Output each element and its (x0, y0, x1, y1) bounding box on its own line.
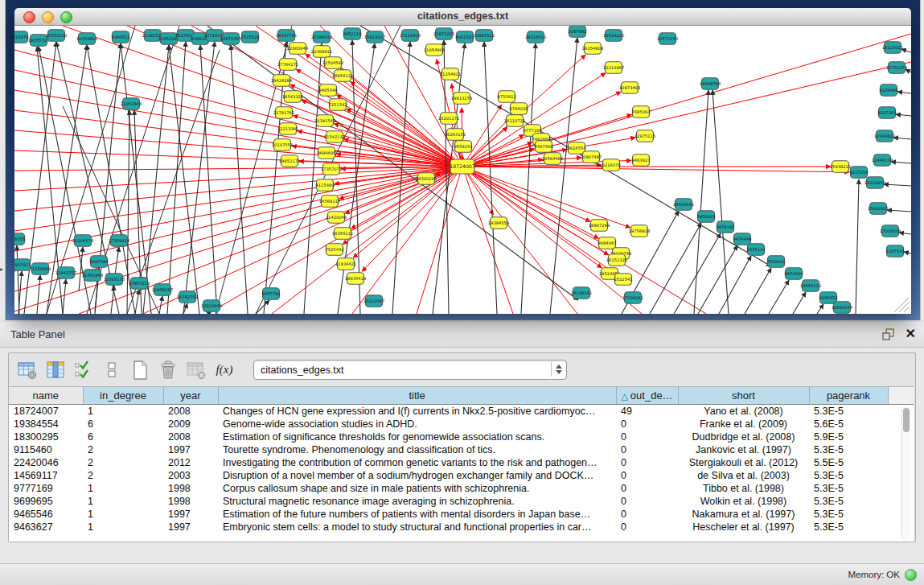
network-node[interactable]: 10591544 (832, 302, 853, 314)
network-node[interactable]: 12504562 (322, 57, 343, 69)
network-node[interactable]: 19652171 (279, 155, 300, 167)
network-node[interactable]: 18426084 (271, 75, 293, 87)
network-node[interactable]: 15823017 (364, 31, 385, 43)
network-node[interactable]: 8921531 (455, 31, 474, 43)
float-window-icon[interactable] (881, 328, 895, 341)
column-header-short[interactable]: short (678, 387, 809, 405)
network-node[interactable]: 22063044 (287, 43, 309, 55)
scrollbar-thumb[interactable] (903, 408, 910, 432)
network-node[interactable]: 17016504 (880, 225, 901, 237)
network-node[interactable]: 10212047 (363, 295, 384, 307)
network-node[interactable]: 14569117 (319, 196, 340, 208)
network-node[interactable]: 18123021 (882, 42, 903, 54)
network-node[interactable]: 18807299 (589, 220, 610, 232)
table-row[interactable]: 946554611997Estimation of the future num… (9, 508, 914, 521)
network-node[interactable]: 15751074 (886, 62, 908, 74)
network-node[interactable]: 12213967 (603, 62, 624, 74)
network-node[interactable]: 21542119 (324, 131, 345, 143)
network-node[interactable]: 7632621 (766, 256, 785, 268)
network-node[interactable]: 12975115 (634, 130, 655, 142)
network-node[interactable]: 18724007 (450, 159, 475, 174)
network-node[interactable]: 16514220 (603, 30, 624, 42)
table-vertical-scrollbar[interactable] (901, 406, 911, 540)
network-node[interactable]: 8471626 (784, 268, 803, 280)
network-node[interactable]: 10571240 (657, 33, 678, 45)
network-node[interactable]: 2935114 (746, 244, 766, 256)
network-node[interactable]: 20564486 (542, 153, 563, 165)
network-window-titlebar[interactable]: citations_edges.txt (14, 8, 911, 26)
network-node[interactable]: 9097588 (89, 256, 108, 268)
network-node[interactable]: 12505135 (104, 274, 125, 286)
network-node[interactable]: 9465546 (318, 84, 337, 97)
panel-collapse-arrow-icon[interactable]: ▸ (0, 266, 6, 273)
citation-graph[interactable]: 8313074190557242055310016154821934651211… (14, 26, 911, 314)
network-node[interactable]: 10654112 (800, 280, 821, 292)
network-node[interactable]: 17957223 (129, 278, 150, 290)
network-node[interactable]: 12213381 (277, 123, 298, 135)
table-row[interactable]: 1872400712008Changes of HCN gene express… (9, 405, 914, 418)
network-node[interactable]: 10861512 (474, 30, 495, 42)
column-header-name[interactable]: name (9, 387, 83, 405)
network-canvas[interactable]: 8313074190557242055310016154821934651211… (14, 26, 911, 314)
network-node[interactable]: 21781761 (273, 107, 294, 119)
table-row[interactable]: 969969511998Structural magnetic resonanc… (9, 495, 914, 508)
network-node[interactable]: 20206576 (72, 235, 93, 247)
new-document-icon[interactable] (128, 359, 152, 381)
network-node[interactable]: 2522541 (614, 274, 632, 286)
network-node[interactable]: 10107551 (272, 139, 293, 151)
network-view-window[interactable]: citations_edges.txt 83130741905572420553… (14, 8, 911, 314)
network-node[interactable]: 19314510 (525, 31, 546, 43)
table-row[interactable]: 977716911998Corpus callosum shape and si… (9, 482, 914, 495)
network-node[interactable]: 9129966 (879, 84, 897, 97)
network-node[interactable]: 16210643 (864, 177, 885, 189)
network-node[interactable]: 9084067 (598, 237, 616, 249)
network-node[interactable]: 13201171 (438, 113, 459, 125)
column-header-out_degree[interactable]: △out_de… (616, 387, 678, 405)
network-node[interactable]: 20184410 (311, 31, 332, 43)
network-node[interactable]: 15938211 (830, 161, 851, 173)
network-node[interactable]: 9558241 (454, 141, 472, 153)
column-header-pagerank[interactable]: pagerank (809, 387, 888, 405)
network-node[interactable]: 22420046 (326, 212, 347, 224)
column-header-year[interactable]: year (163, 387, 218, 405)
network-node[interactable]: 21053346 (121, 98, 142, 110)
network-node[interactable]: 9879197 (716, 221, 734, 233)
network-node[interactable]: 9755812 (497, 91, 515, 103)
network-node[interactable]: 20553100 (46, 30, 67, 42)
network-node[interactable]: 19384554 (488, 217, 510, 229)
network-node[interactable]: 9463627 (631, 154, 650, 167)
network-node[interactable]: 16782759 (177, 291, 198, 303)
table-row[interactable]: 1456911722003Disruption of a novel membe… (9, 469, 914, 482)
network-node[interactable]: 18300295 (416, 173, 437, 185)
table-row[interactable]: 1938455462009Genome-wide association stu… (9, 418, 914, 431)
network-node[interactable]: 11254911 (440, 68, 461, 80)
network-node[interactable]: 12444134 (872, 154, 893, 167)
network-node[interactable]: 6216070 (602, 159, 620, 171)
network-node[interactable]: 11156869 (30, 263, 51, 275)
network-node[interactable]: 11451944 (82, 270, 104, 282)
network-node[interactable]: 16154821 (76, 33, 97, 45)
network-node[interactable]: 7485063 (631, 106, 650, 118)
network-node[interactable]: 12093822 (874, 130, 895, 142)
memory-status-icon[interactable] (905, 569, 917, 581)
network-node[interactable]: 7525442 (325, 244, 343, 256)
network-node[interactable]: 9474444 (733, 233, 752, 245)
network-node[interactable]: 19756928 (629, 225, 650, 237)
network-node[interactable]: 9699695 (317, 147, 335, 159)
network-node[interactable]: 1167533 (885, 245, 904, 257)
network-node[interactable]: 16543321 (282, 91, 303, 103)
network-node[interactable]: 22068811 (311, 46, 332, 58)
network-node[interactable]: 16648784 (700, 78, 721, 90)
table-row[interactable]: 2242004622012Investigating the contribut… (9, 456, 914, 469)
network-node[interactable]: 14136141 (571, 287, 592, 299)
network-node[interactable]: 17357071 (321, 163, 342, 175)
network-node[interactable]: 16409541 (673, 199, 694, 211)
network-node[interactable]: 10973493 (619, 82, 640, 94)
network-node[interactable]: 3915911 (14, 259, 31, 271)
network-node[interactable]: 8215358 (849, 167, 868, 179)
table-row[interactable]: 911546021997Tourette syndrome. Phenomeno… (9, 443, 914, 456)
network-node[interactable]: 15892921 (868, 203, 889, 215)
select-columns-icon[interactable] (43, 359, 68, 381)
network-node[interactable]: 9346512 (111, 31, 129, 43)
close-panel-icon[interactable]: ✕ (906, 326, 916, 342)
